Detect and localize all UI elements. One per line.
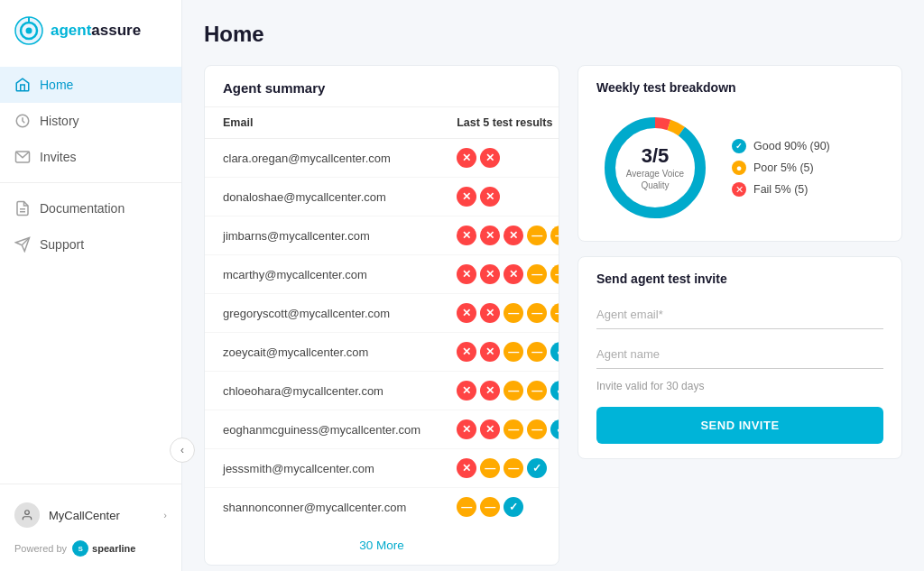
agent-table: Email Last 5 test results clara.oregan@m… [205,107,559,526]
fail-icon: ✕ [457,381,476,401]
legend-poor: ● Poor 5% (5) [732,161,830,175]
warn-icon: — [457,497,476,517]
more-link[interactable]: 30 More [205,526,559,565]
fail-icon: ✕ [457,187,476,207]
warn-icon: — [527,264,547,284]
pass-icon: ✓ [550,342,559,362]
table-row: eoghanmcguiness@mycallcenter.com✕✕——✓ [205,410,559,449]
legend-good-dot: ✓ [732,139,746,153]
donut-chart: 3/5 Average Voice Quality [596,109,714,226]
chart-legend: ✓ Good 90% (90) ● Poor 5% (5) ✕ Fail 5% … [732,139,830,197]
legend-poor-label: Poor 5% (5) [753,161,814,174]
fail-icon: ✕ [504,226,523,245]
agent-email-cell: jimbarns@mycallcenter.com [205,216,439,255]
agent-email-cell: zoeycait@mycallcenter.com [205,333,439,372]
agent-email-input[interactable] [596,300,883,329]
agent-summary-title: Agent summary [205,66,559,107]
table-row: donaloshae@mycallcenter.com✕✕ [205,178,559,216]
fail-icon: ✕ [457,342,476,362]
col-results-header: Last 5 test results [439,107,559,139]
warn-icon: — [527,419,547,439]
fail-icon: ✕ [457,458,476,478]
legend-fail-label: Fail 5% (5) [753,183,808,196]
fail-icon: ✕ [457,264,476,284]
send-invite-button[interactable]: SEND INVITE [596,407,883,444]
fail-icon: ✕ [480,342,500,362]
send-icon [14,236,31,253]
test-results: ✕✕——✓ [457,419,559,439]
sidebar-item-home-label: Home [40,78,73,92]
warn-icon: — [504,381,523,401]
sidebar-item-documentation[interactable]: Documentation [0,190,181,226]
table-row: clara.oregan@mycallcenter.com✕✕ [205,139,559,178]
page-title: Home [204,22,902,47]
warn-icon: — [504,419,523,439]
sidebar-collapse-button[interactable]: ‹ [170,437,195,463]
test-results: ✕✕——✓ [457,342,559,362]
fail-icon: ✕ [480,381,500,401]
table-row: jesssmith@mycallcenter.com✕——✓ [205,449,559,488]
donut-label: Average Voice Quality [626,168,684,191]
main-content: Home Agent summary Email Last 5 test res… [182,0,924,571]
table-row: gregoryscott@mycallcenter.com✕✕——— [205,294,559,333]
warn-icon: — [527,226,547,245]
logo-icon [14,16,43,45]
warn-icon: — [550,303,559,323]
pass-icon: ✓ [504,497,523,517]
legend-good: ✓ Good 90% (90) [732,139,830,153]
agent-email-cell: mcarthy@mycallcenter.com [205,255,439,294]
agent-email-cell: shannonconner@mycallcenter.com [205,488,439,527]
warn-icon: — [527,381,547,401]
agent-results-cell: ✕✕——✓ [439,333,559,372]
agent-email-cell: donaloshae@mycallcenter.com [205,178,439,216]
donut-score: 3/5 [626,144,684,168]
sidebar-item-documentation-label: Documentation [40,201,125,216]
warn-icon: — [504,303,523,323]
account-button[interactable]: MyCallCenter › [14,495,167,535]
agent-results-cell: ✕✕✕—— [439,255,559,294]
test-results: ✕✕ [457,187,559,207]
sidebar-item-history[interactable]: History [0,103,181,139]
svg-point-2 [26,28,32,34]
agent-results-cell: ✕✕ [439,178,559,216]
test-results: ——✓ [457,497,559,517]
agent-email-cell: gregoryscott@mycallcenter.com [205,294,439,333]
right-column: Weekly test breakdown [578,65,902,566]
fail-icon: ✕ [504,264,523,284]
chevron-right-icon: › [163,510,167,520]
sidebar-item-invites[interactable]: Invites [0,139,181,175]
table-row: shannonconner@mycallcenter.com——✓ [205,488,559,527]
home-icon [14,77,31,93]
table-row: zoeycait@mycallcenter.com✕✕——✓ [205,333,559,372]
warn-icon: — [504,458,523,478]
fail-icon: ✕ [480,303,500,323]
sidebar-item-support[interactable]: Support [0,226,181,262]
spearline-logo: S spearline [72,540,135,557]
logo: agentassure [0,0,181,60]
col-email-header: Email [205,107,439,139]
agent-name-input[interactable] [596,340,883,369]
test-results: ✕✕✕—— [457,264,559,284]
test-results: ✕——✓ [457,458,559,478]
pass-icon: ✓ [550,381,559,401]
logo-text-part2: assure [91,22,141,39]
person-icon [21,509,33,521]
agent-results-cell: ✕✕——✓ [439,372,559,410]
agent-email-cell: chloeohara@mycallcenter.com [205,372,439,410]
sidebar-item-invites-label: Invites [40,150,76,164]
warn-icon: — [504,342,523,362]
name-field-container [596,340,883,369]
warn-icon: — [550,264,559,284]
agent-results-cell: ✕✕——✓ [439,410,559,449]
legend-good-label: Good 90% (90) [753,140,830,152]
agent-email-cell: clara.oregan@mycallcenter.com [205,139,439,178]
sidebar-item-home[interactable]: Home [0,67,181,103]
fail-icon: ✕ [480,148,500,168]
spearline-name: spearline [92,543,135,554]
invite-note: Invite valid for 30 days [596,380,883,392]
warn-icon: — [550,226,559,245]
fail-icon: ✕ [457,148,476,168]
content-grid: Agent summary Email Last 5 test results … [204,65,902,566]
fail-icon: ✕ [480,419,500,439]
legend-poor-dot: ● [732,161,746,175]
